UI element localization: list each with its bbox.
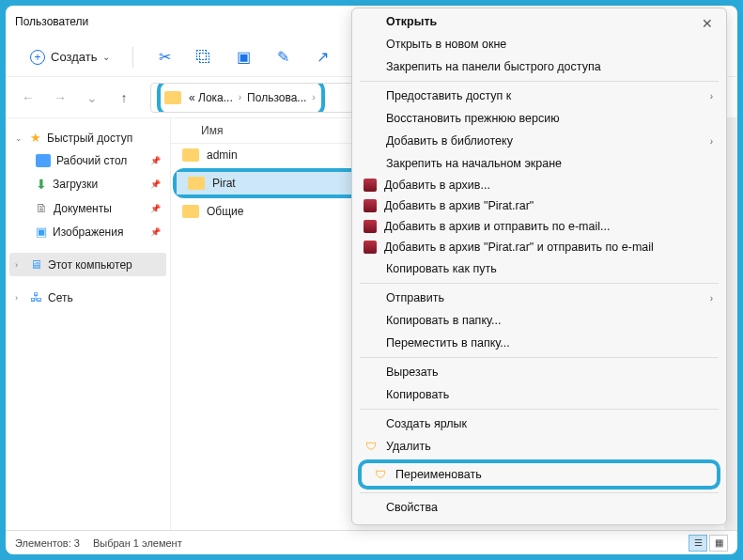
sidebar-label: Этот компьютер [48,258,132,272]
sidebar-label: Загрузки [53,178,98,191]
menu-separator [360,409,719,410]
ctx-give-access[interactable]: Предоставить доступ к› [352,85,726,107]
ctx-add-archive-named[interactable]: Добавить в архив "Pirat.rar" [352,195,726,216]
sidebar-item-downloads[interactable]: ⬇ Загрузки 📌 [9,172,166,196]
blank-icon [364,111,379,126]
ctx-rename-highlight: 🛡Переименовать [358,459,720,490]
blank-icon [364,290,379,305]
copy-icon[interactable]: ⿻ [188,43,220,71]
context-menu: ✕ Открыть Открыть в новом окне Закрепить… [351,8,727,525]
ctx-create-shortcut[interactable]: Создать ярлык [352,412,726,435]
document-icon: 🗎 [36,201,48,215]
network-icon: 🖧 [30,290,42,304]
file-name: Pirat [212,177,236,190]
sidebar-quick-access[interactable]: ⌄ ★ Быстрый доступ [9,126,166,149]
sidebar-item-pictures[interactable]: ▣ Изображения 📌 [9,220,166,243]
folder-icon [188,177,205,190]
menu-separator [360,492,719,493]
blank-icon [364,156,379,171]
chevron-right-icon: › [710,136,713,147]
ctx-restore-previous[interactable]: Восстановить прежнюю версию [352,107,726,130]
back-button[interactable]: ← [15,85,41,111]
status-selection: Выбран 1 элемент [93,537,182,549]
blank-icon [364,335,379,350]
sidebar-label: Документы [54,202,112,215]
sidebar-item-network[interactable]: › 🖧 Сеть [9,286,166,309]
rename-icon[interactable]: ✎ [267,43,299,71]
status-count: Элементов: 3 [15,537,80,549]
toolbar-separator [132,47,133,68]
sidebar-label: Рабочий стол [56,154,127,167]
expand-icon[interactable]: › [15,260,24,270]
sidebar-label: Сеть [48,291,73,304]
ctx-copy-as-path[interactable]: Копировать как путь [352,257,726,280]
close-button[interactable]: ✕ [696,14,719,33]
ctx-rename[interactable]: 🛡Переименовать [362,463,717,486]
breadcrumb-seg-2[interactable]: Пользова... [243,89,310,106]
menu-separator [360,81,719,82]
ctx-cut[interactable]: Вырезать [352,361,726,383]
archive-icon [364,179,377,192]
breadcrumb-seg-1[interactable]: « Лока... [185,89,237,106]
menu-separator [360,357,719,358]
download-icon: ⬇ [36,177,47,192]
ctx-copy-to-folder[interactable]: Копировать в папку... [352,309,726,332]
collapse-icon[interactable]: ⌄ [15,133,24,143]
archive-icon [364,241,377,254]
blank-icon [364,37,379,52]
blank-icon [364,59,379,74]
ctx-move-to-folder[interactable]: Переместить в папку... [352,332,726,354]
ctx-open-new-window[interactable]: Открыть в новом окне [352,33,726,55]
sidebar-item-documents[interactable]: 🗎 Документы 📌 [9,196,166,220]
paste-icon[interactable]: ▣ [227,43,259,71]
blank-icon [364,365,379,380]
breadcrumb-highlight: « Лока... › Пользова... › [157,83,325,113]
ctx-add-archive[interactable]: Добавить в архив... [352,175,726,195]
sidebar-item-desktop[interactable]: Рабочий стол 📌 [9,149,166,172]
ctx-open[interactable]: Открыть [352,10,726,33]
folder-icon [164,91,181,104]
new-button-label: Создать [51,50,97,64]
ctx-archive-named-email[interactable]: Добавить в архив "Pirat.rar" и отправить… [352,237,726,257]
ctx-pin-start[interactable]: Закрепить на начальном экране [352,152,726,175]
chevron-right-icon: › [310,92,317,102]
cut-icon[interactable]: ✂ [148,43,180,71]
archive-icon [364,199,377,212]
sidebar-item-this-pc[interactable]: › 🖥 Этот компьютер [9,253,166,276]
chevron-down-icon: ⌄ [102,52,110,62]
blank-icon [364,133,379,148]
view-switcher: ☰ ▦ [689,535,728,552]
file-name: Общие [207,205,243,218]
expand-icon[interactable]: › [15,293,24,303]
ctx-copy[interactable]: Копировать [352,383,726,406]
blank-icon [364,387,379,402]
ctx-pin-quick-access[interactable]: Закрепить на панели быстрого доступа [352,55,726,78]
pin-icon: 📌 [150,179,161,189]
recent-dropdown[interactable]: ⌄ [79,85,105,111]
view-details-button[interactable]: ☰ [689,535,707,552]
view-large-button[interactable]: ▦ [709,535,728,552]
pin-icon: 📌 [150,156,161,165]
ctx-add-library[interactable]: Добавить в библиотеку› [352,130,726,152]
up-button[interactable]: ↑ [111,85,137,111]
ctx-send-to[interactable]: Отправить› [352,287,726,309]
share-icon[interactable]: ↗ [306,43,338,71]
sidebar: ⌄ ★ Быстрый доступ Рабочий стол 📌 ⬇ Загр… [6,118,171,530]
forward-button[interactable]: → [47,85,73,111]
ctx-archive-email[interactable]: Добавить в архив и отправить по e-mail..… [352,216,726,237]
ctx-delete[interactable]: 🛡Удалить [352,435,726,458]
new-button[interactable]: + Создать ⌄ [23,46,117,69]
blank-icon [364,14,379,29]
statusbar: Элементов: 3 Выбран 1 элемент ☰ ▦ [6,530,737,554]
desktop-icon [36,154,51,167]
pin-icon: 📌 [150,204,161,213]
blank-icon [364,313,379,328]
sidebar-label: Изображения [53,226,123,239]
chevron-right-icon: › [237,92,243,102]
chevron-right-icon: › [710,91,713,101]
blank-icon [364,88,379,103]
ctx-properties[interactable]: Свойства [352,496,726,519]
spacer [9,243,166,253]
pin-icon: 📌 [150,227,161,237]
blank-icon [364,416,379,431]
